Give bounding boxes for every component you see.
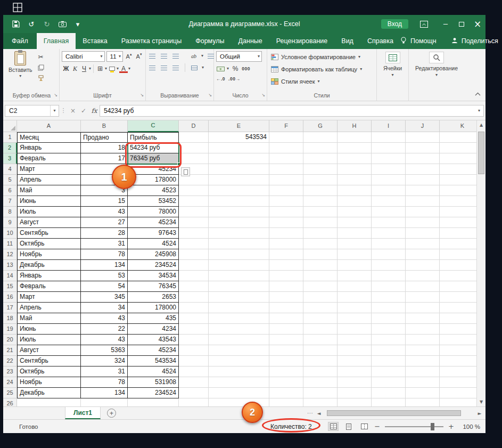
cell-C10[interactable]: 97643 — [128, 228, 179, 239]
formula-input[interactable]: 54234 руб ▾ — [100, 105, 484, 117]
tab-Справка[interactable]: Справка — [360, 33, 400, 49]
cell-D18[interactable] — [179, 313, 209, 324]
tab-file[interactable]: Файл — [3, 33, 37, 49]
cell-I18[interactable] — [372, 313, 406, 324]
cell-I1[interactable] — [372, 132, 406, 143]
cell-B26[interactable] — [81, 398, 128, 406]
cell-I6[interactable] — [372, 185, 406, 196]
cell-C11[interactable]: 4524 — [128, 239, 179, 249]
undo-button[interactable]: ↺ — [27, 20, 36, 28]
increase-decimal-button[interactable]: ←.0 — [216, 74, 225, 84]
cell-I3[interactable] — [372, 153, 406, 164]
formula-bar-handle[interactable]: ⋮ — [59, 107, 68, 114]
row-header-13[interactable]: 13 — [3, 260, 17, 271]
cell-I2[interactable] — [372, 143, 406, 153]
page-layout-view-button[interactable] — [343, 422, 354, 431]
column-header-I[interactable]: I — [372, 120, 406, 132]
row-header-14[interactable]: 14 — [3, 271, 17, 281]
cell-D10[interactable] — [179, 228, 209, 239]
cell-G10[interactable] — [303, 228, 338, 239]
cell-F20[interactable] — [269, 335, 303, 345]
zoom-level[interactable]: 100 % — [459, 423, 480, 430]
cell-F19[interactable] — [269, 324, 303, 335]
cell-F4[interactable] — [269, 164, 303, 175]
cell-A3[interactable]: Февраль — [17, 153, 81, 164]
cell-J25[interactable] — [406, 388, 440, 398]
cell-A22[interactable]: Сентябрь — [17, 356, 81, 366]
cell-B20[interactable]: 43 — [81, 335, 128, 345]
scroll-down-arrow-icon[interactable]: ▼ — [477, 397, 485, 406]
cell-B7[interactable]: 15 — [81, 196, 128, 207]
cell-E9[interactable] — [209, 217, 269, 228]
cell-B17[interactable]: 34 — [81, 303, 128, 313]
cell-F24[interactable] — [269, 377, 303, 388]
tab-Данные[interactable]: Данные — [232, 33, 269, 49]
cell-H20[interactable] — [338, 335, 372, 345]
cell-B2[interactable]: 18 — [81, 143, 128, 153]
cell-F12[interactable] — [269, 249, 303, 260]
cell-A10[interactable]: Сентябрь — [17, 228, 81, 239]
row-header-24[interactable]: 24 — [3, 377, 17, 388]
cell-I17[interactable] — [372, 303, 406, 313]
cell-C1[interactable]: Прибыль — [128, 132, 179, 143]
help-label[interactable]: Помощн — [410, 37, 437, 45]
sheet-tab-list1[interactable]: Лист1 — [65, 407, 101, 419]
cell-C21[interactable]: 45234 — [128, 345, 179, 356]
cell-J18[interactable] — [406, 313, 440, 324]
cell-I13[interactable] — [372, 260, 406, 271]
confirm-entry-icon[interactable]: ✓ — [78, 107, 89, 115]
qat-customize-caret-icon[interactable]: ▾ — [73, 20, 82, 28]
cell-H15[interactable] — [338, 281, 372, 292]
row-header-15[interactable]: 15 — [3, 281, 17, 292]
cell-G18[interactable] — [303, 313, 338, 324]
row-header-19[interactable]: 19 — [3, 324, 17, 335]
cell-E1[interactable]: 543534 — [209, 132, 269, 143]
zoom-slider-thumb[interactable] — [431, 423, 434, 430]
cell-D7[interactable] — [179, 196, 209, 207]
cell-D2[interactable] — [179, 143, 209, 153]
cell-G12[interactable] — [303, 249, 338, 260]
cell-I9[interactable] — [372, 217, 406, 228]
row-header-23[interactable]: 23 — [3, 366, 17, 377]
column-header-D[interactable]: D — [179, 120, 209, 132]
cell-G8[interactable] — [303, 207, 338, 217]
font-color-caret-icon[interactable]: ▾ — [128, 67, 130, 71]
column-header-A[interactable]: A — [17, 120, 81, 132]
maximize-button[interactable] — [454, 15, 470, 33]
cell-F3[interactable] — [269, 153, 303, 164]
italic-button[interactable]: К — [71, 64, 79, 74]
fill-handle[interactable] — [177, 162, 180, 166]
accounting-format-button[interactable] — [216, 64, 225, 74]
cell-E25[interactable] — [209, 388, 269, 398]
cell-C24[interactable]: 531908 — [128, 377, 179, 388]
cell-J3[interactable] — [406, 153, 440, 164]
cell-F21[interactable] — [269, 345, 303, 356]
cell-J26[interactable] — [406, 398, 440, 406]
cell-J19[interactable] — [406, 324, 440, 335]
zoom-in-button[interactable]: + — [448, 422, 454, 430]
save-button[interactable] — [12, 20, 20, 28]
vertical-scrollbar[interactable]: ▲ ▼ — [476, 120, 485, 406]
cut-button[interactable]: ✂ — [37, 52, 45, 62]
cell-B18[interactable]: 43 — [81, 313, 128, 324]
accounting-caret-icon[interactable]: ▾ — [227, 67, 229, 71]
cell-E5[interactable] — [209, 175, 269, 185]
cell-G14[interactable] — [303, 271, 338, 281]
cell-E2[interactable] — [209, 143, 269, 153]
normal-view-button[interactable] — [328, 422, 339, 431]
cell-F17[interactable] — [269, 303, 303, 313]
cell-I25[interactable] — [372, 388, 406, 398]
cell-C26[interactable] — [128, 398, 179, 406]
cell-D13[interactable] — [179, 260, 209, 271]
cell-G11[interactable] — [303, 239, 338, 249]
cell-H19[interactable] — [338, 324, 372, 335]
cell-D21[interactable] — [179, 345, 209, 356]
cell-J22[interactable] — [406, 356, 440, 366]
row-header-7[interactable]: 7 — [3, 196, 17, 207]
cell-J1[interactable] — [406, 132, 440, 143]
cell-A9[interactable]: Август — [17, 217, 81, 228]
cell-B1[interactable]: Продано — [81, 132, 128, 143]
cell-G26[interactable] — [303, 398, 338, 406]
cell-J7[interactable] — [406, 196, 440, 207]
cell-H14[interactable] — [338, 271, 372, 281]
